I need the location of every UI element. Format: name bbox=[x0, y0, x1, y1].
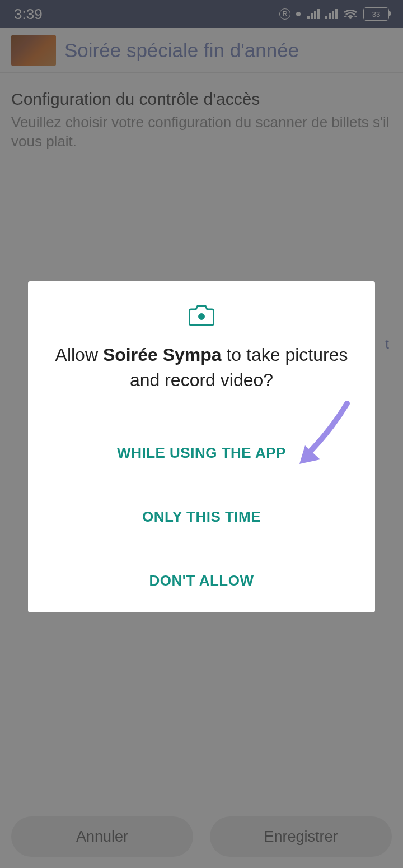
svg-point-1 bbox=[198, 313, 205, 320]
dialog-header: Allow Soirée Sympa to take pictures and … bbox=[28, 281, 375, 421]
camera-icon bbox=[189, 304, 214, 328]
dialog-message: Allow Soirée Sympa to take pictures and … bbox=[50, 342, 353, 393]
permission-dialog: Allow Soirée Sympa to take pictures and … bbox=[28, 281, 375, 612]
allow-only-this-time-button[interactable]: ONLY THIS TIME bbox=[28, 485, 375, 549]
allow-while-using-button[interactable]: WHILE USING THE APP bbox=[28, 421, 375, 485]
dont-allow-button[interactable]: DON'T ALLOW bbox=[28, 549, 375, 612]
